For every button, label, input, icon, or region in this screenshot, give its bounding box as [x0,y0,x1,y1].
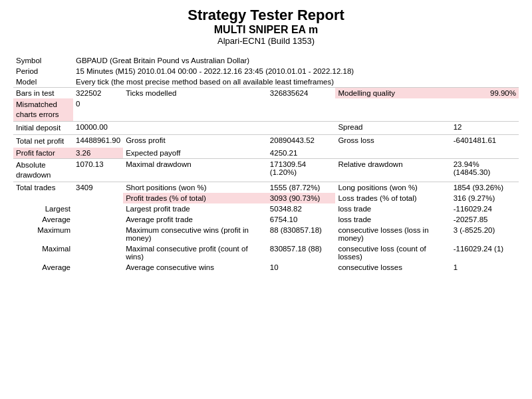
max-consec-wins-value: 88 (830857.18) [267,225,336,243]
profit-trades-label: Profit trades (% of total) [123,193,267,203]
largest-profit-label: Largest profit trade [123,203,267,214]
average-loss-label: loss trade [335,214,450,225]
avg-consec-row: Average Average consecutive wins 10 cons… [13,262,519,273]
modelling-label: Modelling quality [335,88,450,99]
long-positions-label: Long positions (won %) [335,182,450,193]
profit-trades-row: Profit trades (% of total) 3093 (90.73%)… [13,193,519,203]
bars-value: 322502 [73,88,123,99]
avg-consec-losses-label: consecutive losses [335,262,450,273]
maximal-loss-label: consecutive loss (count of losses) [335,243,450,262]
maximal-drawdown-value: 171309.54 (1.20%) [267,158,336,182]
expected-payoff-value: 4250.21 [267,148,336,159]
report-title: Strategy Tester Report [13,7,519,24]
symbol-value: GBPAUD (Great Britain Pound vs Australia… [73,55,519,66]
symbol-row: Symbol GBPAUD (Great Britain Pound vs Au… [13,55,519,66]
maximal-loss-value: -116029.24 (1) [451,243,519,262]
ticks-label: Ticks modelled [123,88,267,99]
mismatched-value: 0 [73,98,123,121]
ticks-value: 326835624 [267,88,336,99]
loss-trades-label: Loss trades (% of total) [335,193,450,203]
maximal-consec-row: Maximal Maximal consecutive profit (coun… [13,243,519,262]
symbol-label: Symbol [13,55,73,66]
short-positions-label: Short positions (won %) [123,182,267,193]
average-profit-label: Average profit trade [123,214,267,225]
period-label: Period [13,66,73,76]
period-row: Period 15 Minutes (M15) 2010.01.04 00:00… [13,66,519,76]
average-trades-row: Average Average profit trade 6754.10 los… [13,214,519,225]
largest-label: Largest [13,203,73,214]
drawdown-row: Absolute drawdown 1070.13 Maximal drawdo… [13,158,519,182]
relative-drawdown-label: Relative drawdown [335,158,450,182]
average-label: Average [13,214,73,225]
absolute-drawdown-label: Absolute drawdown [13,158,73,182]
max-consec-wins-label: Maximum consecutive wins (profit in mone… [123,225,267,243]
long-positions-value: 1854 (93.26%) [451,182,519,193]
profit-factor-value: 3.26 [73,148,123,159]
relative-drawdown-value: 23.94% (14845.30) [451,158,519,182]
report-broker: Alpari-ECN1 (Build 1353) [13,36,519,46]
gross-loss-value: -6401481.61 [451,134,519,147]
maximal-label: Maximal [13,243,73,262]
avg-consec-wins-label: Average consecutive wins [123,262,267,273]
report-table: Symbol GBPAUD (Great Britain Pound vs Au… [13,55,519,273]
maximal-profit-label: Maximal consecutive profit (count of win… [123,243,267,262]
spread-label: Spread [335,121,450,134]
mismatched-row: Mismatched charts errors 0 [13,98,519,121]
max-consec-losses-label: consecutive losses (loss in money) [335,225,450,243]
bars-row: Bars in test 322502 Ticks modelled 32683… [13,88,519,99]
largest-profit-value: 50348.82 [267,203,336,214]
total-trades-label: Total trades [13,182,73,193]
report-header: Strategy Tester Report MULTI SNIPER EA m… [13,7,519,46]
total-net-value: 14488961.90 [73,134,123,147]
gross-loss-label: Gross loss [335,134,450,147]
deposit-row: Initial deposit 10000.00 Spread 12 [13,121,519,134]
spread-value: 12 [451,121,519,134]
net-profit-row: Total net profit 14488961.90 Gross profi… [13,134,519,147]
model-value: Every tick (the most precise method base… [73,76,519,88]
modelling-value: 99.90% [451,88,519,99]
avg-label: Average [13,262,73,273]
average-loss-value: -20257.85 [451,214,519,225]
period-value: 15 Minutes (M15) 2010.01.04 00:00 - 2022… [73,66,519,76]
largest-loss-label: loss trade [335,203,450,214]
profit-factor-row: Profit factor 3.26 Expected payoff 4250.… [13,148,519,159]
expected-payoff-label: Expected payoff [123,148,267,159]
mismatched-label: Mismatched charts errors [13,98,73,121]
max-consec-row: Maximum Maximum consecutive wins (profit… [13,225,519,243]
avg-consec-losses-value: 1 [451,262,519,273]
profit-factor-label: Profit factor [13,148,73,159]
loss-trades-value: 316 (9.27%) [451,193,519,203]
profit-trades-value: 3093 (90.73%) [267,193,336,203]
maximal-profit-value: 830857.18 (88) [267,243,336,262]
short-positions-value: 1555 (87.72%) [267,182,336,193]
maximal-drawdown-label: Maximal drawdown [123,158,267,182]
total-net-label: Total net profit [13,134,73,147]
bars-label: Bars in test [13,88,73,99]
largest-loss-value: -116029.24 [451,203,519,214]
avg-consec-wins-value: 10 [267,262,336,273]
max-consec-losses-value: 3 (-8525.20) [451,225,519,243]
total-trades-row: Total trades 3409 Short positions (won %… [13,182,519,193]
report-subtitle: MULTI SNIPER EA m [13,24,519,36]
model-row: Model Every tick (the most precise metho… [13,76,519,88]
largest-trades-row: Largest Largest profit trade 50348.82 lo… [13,203,519,214]
maximum-label: Maximum [13,225,73,243]
gross-profit-label: Gross profit [123,134,267,147]
average-profit-value: 6754.10 [267,214,336,225]
initial-deposit-label: Initial deposit [13,121,73,134]
initial-deposit-value: 10000.00 [73,121,123,134]
total-trades-value: 3409 [73,182,123,193]
absolute-drawdown-value: 1070.13 [73,158,123,182]
model-label: Model [13,76,73,88]
gross-profit-value: 20890443.52 [267,134,336,147]
